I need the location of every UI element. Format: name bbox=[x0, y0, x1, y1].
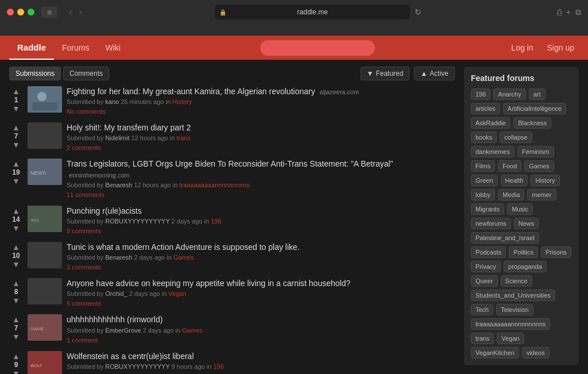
forum-tag[interactable]: Prisons bbox=[541, 246, 571, 258]
upvote-button[interactable]: ▲ bbox=[12, 315, 20, 323]
forum-tag[interactable]: Anarchy bbox=[493, 88, 525, 100]
forum-tag[interactable]: newforums bbox=[471, 218, 511, 229]
comments-link[interactable]: 9 comments bbox=[67, 228, 101, 234]
forum-tag[interactable]: traaaaaaaaannnnnnnnns bbox=[471, 318, 550, 330]
back-button[interactable]: ‹ bbox=[67, 7, 74, 17]
submitter-link[interactable]: Orchid_ bbox=[105, 290, 127, 297]
search-input[interactable] bbox=[260, 40, 375, 56]
forum-link[interactable]: Vegan bbox=[168, 290, 186, 297]
forum-tag[interactable]: Vegan bbox=[497, 333, 524, 344]
forum-tag[interactable]: Games bbox=[524, 160, 554, 172]
forum-tag[interactable]: dankmemes bbox=[471, 146, 514, 157]
forum-link[interactable]: 196 bbox=[211, 218, 221, 225]
submitter-link[interactable]: Nidelimit bbox=[105, 134, 129, 141]
submitter-link[interactable]: ROBUXYYYYYYYYYY bbox=[105, 218, 169, 225]
forum-tag[interactable]: books bbox=[471, 132, 497, 143]
post-title[interactable]: uhhhhhhhhhhhh (rimworld) bbox=[67, 314, 455, 325]
post-title[interactable]: Trans Legislators, LGBT Orgs Urge Biden … bbox=[67, 159, 455, 179]
post-title[interactable]: Tunic is what a modern Action Adventure … bbox=[67, 242, 455, 252]
upvote-button[interactable]: ▲ bbox=[12, 124, 20, 132]
forum-tag[interactable]: propaganda bbox=[504, 261, 547, 272]
forum-link[interactable]: traaaaaaaaannnnnnnnns bbox=[179, 182, 249, 188]
forum-tag[interactable]: 196 bbox=[471, 88, 490, 100]
new-tab-button[interactable]: + bbox=[566, 7, 571, 17]
comments-link[interactable]: 2 comments bbox=[67, 264, 101, 271]
forum-tag[interactable]: Television bbox=[496, 304, 533, 315]
forum-link[interactable]: Games bbox=[182, 327, 202, 334]
forum-tag[interactable]: Science bbox=[501, 275, 532, 287]
upvote-button[interactable]: ▲ bbox=[12, 207, 20, 215]
submitter-link[interactable]: Benaresh bbox=[105, 182, 132, 188]
downvote-button[interactable]: ▼ bbox=[12, 296, 20, 304]
submitter-link[interactable]: Benaresh bbox=[105, 254, 132, 261]
forum-tag[interactable]: Students_and_Universities bbox=[471, 290, 555, 301]
forum-tag[interactable]: Migrants bbox=[471, 203, 504, 215]
wiki-link[interactable]: Wiki bbox=[97, 36, 128, 60]
share-button[interactable]: ⎙ bbox=[557, 7, 562, 17]
post-title[interactable]: Anyone have advice on keeping my appetit… bbox=[67, 278, 455, 288]
forum-tag[interactable]: lobby bbox=[471, 189, 495, 201]
signup-button[interactable]: Sign up bbox=[543, 43, 579, 52]
forum-tag[interactable]: Media bbox=[498, 189, 524, 201]
forum-tag[interactable]: Tech bbox=[471, 304, 493, 315]
post-title[interactable]: Holy shit!: My transfem diary part 2 bbox=[67, 122, 455, 133]
tab-comments[interactable]: Comments bbox=[63, 67, 109, 80]
forum-tag[interactable]: videos bbox=[522, 347, 550, 358]
forum-tag[interactable]: memer bbox=[527, 189, 556, 201]
close-button[interactable] bbox=[7, 9, 14, 16]
upvote-button[interactable]: ▲ bbox=[12, 279, 20, 287]
forum-tag[interactable]: Palestine_and_Israel bbox=[471, 232, 539, 244]
forums-link[interactable]: Forums bbox=[54, 36, 97, 60]
forum-link[interactable]: History bbox=[172, 98, 192, 105]
submitter-link[interactable]: ROBUXYYYYYYYYYY bbox=[105, 363, 169, 370]
forum-tag[interactable]: Blackness bbox=[513, 117, 551, 129]
forum-tag[interactable]: trans bbox=[471, 333, 494, 344]
downvote-button[interactable]: ▼ bbox=[12, 105, 20, 113]
forum-tag[interactable]: Green bbox=[471, 175, 498, 186]
forum-tag[interactable]: Music bbox=[507, 203, 533, 215]
upvote-button[interactable]: ▲ bbox=[12, 243, 20, 251]
forum-tag[interactable]: art bbox=[529, 88, 546, 100]
post-title[interactable]: Wolfenstein as a centr(ule)ist liberal bbox=[67, 351, 455, 361]
downvote-button[interactable]: ▼ bbox=[12, 141, 20, 149]
forum-tag[interactable]: Health bbox=[501, 175, 528, 186]
upvote-button[interactable]: ▲ bbox=[12, 160, 20, 168]
forum-link[interactable]: 196 bbox=[213, 363, 223, 370]
comments-link[interactable]: 1 comment bbox=[67, 337, 98, 344]
forum-tag[interactable]: Politics bbox=[509, 246, 538, 258]
upvote-button[interactable]: ▲ bbox=[12, 352, 20, 360]
minimize-button[interactable] bbox=[17, 9, 24, 16]
upvote-button[interactable]: ▲ bbox=[12, 87, 20, 95]
forum-link[interactable]: trans bbox=[176, 134, 190, 141]
forum-tag[interactable]: Feminism bbox=[517, 146, 554, 157]
downvote-button[interactable]: ▼ bbox=[12, 177, 20, 185]
forum-tag[interactable]: Food bbox=[498, 160, 521, 172]
comments-link[interactable]: 5 comments bbox=[67, 300, 101, 307]
post-title[interactable]: Punching r(ule)acists bbox=[67, 206, 455, 216]
comments-link[interactable]: 11 comments bbox=[67, 191, 105, 198]
comments-link[interactable]: 2 comments bbox=[67, 144, 101, 151]
tab-submissions[interactable]: Submissions bbox=[9, 67, 61, 80]
forum-tag[interactable]: History bbox=[531, 175, 559, 186]
post-title[interactable]: Fighting for her land: My great-aunt Kam… bbox=[67, 86, 455, 97]
downvote-button[interactable]: ▼ bbox=[12, 333, 20, 341]
forum-tag[interactable]: News bbox=[514, 218, 539, 229]
downvote-button[interactable]: ▼ bbox=[12, 369, 20, 375]
sidebar-toggle-button[interactable]: ⧉ bbox=[575, 7, 581, 17]
forum-tag[interactable]: VeganKitchen bbox=[471, 347, 519, 358]
comments-link[interactable]: No comments bbox=[67, 108, 106, 115]
forum-tag[interactable]: Films bbox=[471, 160, 495, 172]
forum-tag[interactable]: Podcasts bbox=[471, 246, 506, 258]
downvote-button[interactable]: ▼ bbox=[12, 224, 20, 232]
forward-button[interactable]: › bbox=[76, 7, 84, 17]
forum-link[interactable]: Games bbox=[173, 254, 194, 261]
filter-active[interactable]: ▲ Active bbox=[414, 67, 455, 80]
forum-tag[interactable]: articles bbox=[471, 103, 500, 114]
forum-tag[interactable]: collapse bbox=[500, 132, 532, 143]
filter-featured[interactable]: ▼ Featured bbox=[361, 67, 410, 80]
maximize-button[interactable] bbox=[28, 9, 34, 16]
expand-button[interactable]: ⊞ bbox=[41, 6, 57, 18]
submitter-link[interactable]: kano bbox=[105, 98, 119, 105]
site-logo[interactable]: Raddle bbox=[9, 36, 54, 60]
forum-tag[interactable]: ArtificialIntelligence bbox=[503, 103, 566, 114]
